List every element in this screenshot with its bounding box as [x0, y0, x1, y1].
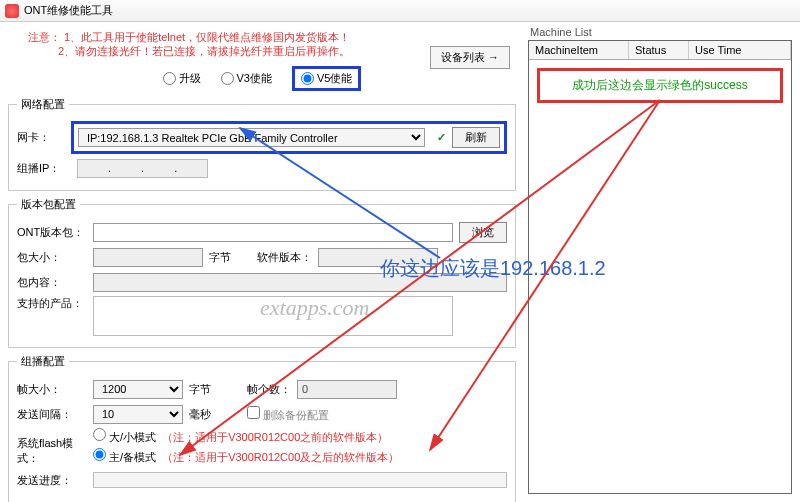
content-input	[93, 273, 507, 292]
version-package-fieldset: 版本包配置 ONT版本包： 浏览 包大小： 字节 软件版本： 包内容： 支持的产…	[8, 197, 516, 348]
frame-count-input	[297, 380, 397, 399]
radio-v3[interactable]: V3使能	[221, 66, 272, 91]
window-title: ONT维修使能工具	[24, 3, 113, 18]
success-annotation-box: 成功后这边会显示绿色的success	[537, 68, 783, 103]
flash-note-1: （注：适用于V300R012C00之前的软件版本）	[162, 431, 388, 443]
notice-label: 注意：	[28, 31, 61, 43]
multicast-ip-input[interactable]: 224. 0. 0. 99	[77, 159, 208, 178]
nic-label: 网卡：	[17, 130, 65, 145]
progress-bar	[93, 472, 507, 488]
check-icon: ✓	[437, 131, 446, 144]
frame-size-unit: 字节	[189, 382, 211, 397]
machine-list-header: MachineItem Status Use Time	[529, 41, 791, 60]
app-logo-icon	[5, 4, 19, 18]
product-label: 支持的产品：	[17, 296, 87, 311]
radio-upgrade[interactable]: 升级	[163, 66, 201, 91]
product-list	[93, 296, 453, 336]
content-label: 包内容：	[17, 275, 87, 290]
refresh-button[interactable]: 刷新	[452, 127, 500, 148]
swver-label: 软件版本：	[257, 250, 312, 265]
success-annotation-text: 成功后这边会显示绿色的success	[572, 78, 747, 92]
frame-size-select[interactable]: 1200	[93, 380, 183, 399]
browse-button[interactable]: 浏览	[459, 222, 507, 243]
radio-v5[interactable]: V5使能	[301, 71, 352, 86]
flash-radio-mainbackup[interactable]: 主/备模式	[93, 451, 156, 463]
notice-line-1: 1、此工具用于使能telnet，仅限代维点维修国内发货版本！	[64, 31, 350, 43]
col-machine-item: MachineItem	[529, 41, 629, 59]
device-list-button[interactable]: 设备列表 →	[430, 46, 510, 69]
version-package-legend: 版本包配置	[17, 197, 80, 212]
notice-line-2: 2、请勿连接光纤！若已连接，请拔掉光纤并重启后再操作。	[58, 45, 350, 57]
flash-radio-bigsmall[interactable]: 大/小模式	[93, 431, 156, 443]
swver-input	[318, 248, 438, 267]
interval-select[interactable]: 10	[93, 405, 183, 424]
size-unit: 字节	[209, 250, 231, 265]
delete-backup-checkbox[interactable]: 删除备份配置	[247, 406, 329, 423]
col-use-time: Use Time	[689, 41, 791, 59]
machine-list-table: MachineItem Status Use Time 成功后这边会显示绿色的s…	[528, 40, 792, 494]
network-config-fieldset: 网络配置 网卡： IP:192.168.1.3 Realtek PCIe GbE…	[8, 97, 516, 191]
multicast-config-legend: 组播配置	[17, 354, 69, 369]
right-panel: Machine List MachineItem Status Use Time…	[524, 22, 800, 502]
flash-mode-label: 系统flash模式：	[17, 428, 87, 466]
flash-note-2: （注：适用于V300R012C00及之后的软件版本）	[162, 451, 399, 463]
pkg-label: ONT版本包：	[17, 225, 87, 240]
left-panel: 注意： 1、此工具用于使能telnet，仅限代维点维修国内发货版本！ 2、请勿连…	[0, 22, 524, 502]
size-label: 包大小：	[17, 250, 87, 265]
size-input	[93, 248, 203, 267]
frame-size-label: 帧大小：	[17, 382, 87, 397]
network-config-legend: 网络配置	[17, 97, 69, 112]
nic-select[interactable]: IP:192.168.1.3 Realtek PCIe GbE Family C…	[78, 128, 425, 147]
mode-radio-group: 升级 V3使能 V5使能	[8, 66, 516, 91]
interval-label: 发送间隔：	[17, 407, 87, 422]
col-status: Status	[629, 41, 689, 59]
progress-label: 发送进度：	[17, 473, 87, 488]
machine-list-title: Machine List	[528, 26, 792, 38]
multicast-config-fieldset: 组播配置 帧大小： 1200 字节 帧个数： 发送间隔： 10 毫秒 删除备份配…	[8, 354, 516, 502]
frame-count-label: 帧个数：	[247, 382, 291, 397]
multicast-ip-label: 组播IP：	[17, 161, 71, 176]
pkg-path-input[interactable]	[93, 223, 453, 242]
title-bar: ONT维修使能工具	[0, 0, 800, 22]
interval-unit: 毫秒	[189, 407, 211, 422]
